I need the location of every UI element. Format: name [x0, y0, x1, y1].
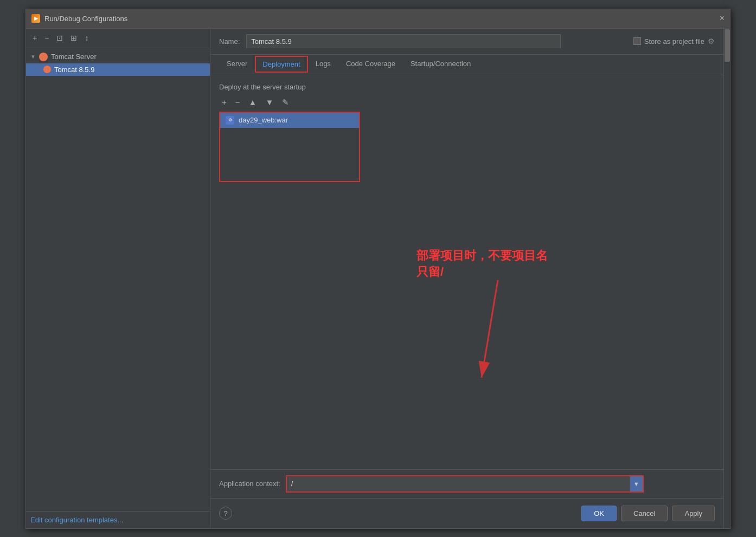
- title-bar-left: ▶ Run/Debug Configurations: [31, 14, 127, 23]
- dialog-title: Run/Debug Configurations: [44, 15, 127, 23]
- name-label: Name:: [219, 37, 240, 46]
- bottom-actions: OK Cancel Apply: [581, 506, 715, 521]
- tomcat-group-icon: [39, 53, 48, 61]
- deploy-add-button[interactable]: +: [219, 96, 229, 108]
- deploy-edit-button[interactable]: ✎: [279, 96, 292, 108]
- right-header: Name: Store as project file ⚙: [210, 29, 723, 55]
- app-context-input[interactable]: [287, 476, 630, 491]
- sidebar-item-tomcat859[interactable]: Tomcat 8.5.9: [26, 63, 210, 76]
- deploy-up-button[interactable]: ▲: [246, 96, 260, 108]
- panel-content: Deploy at the server startup + − ▲ ▼ ✎ ⚙…: [210, 74, 723, 469]
- tabs-bar: Server Deployment Logs Code Coverage Sta…: [210, 55, 723, 74]
- sidebar: + − ⊡ ⊞ ↕ ▼ Tomcat Server Tomcat 8.5.9: [26, 29, 210, 528]
- tab-logs[interactable]: Logs: [308, 55, 338, 73]
- tab-code-coverage[interactable]: Code Coverage: [338, 55, 403, 73]
- deploy-toolbar: + − ▲ ▼ ✎: [219, 96, 715, 108]
- app-icon: ▶: [31, 14, 40, 23]
- run-debug-dialog: ▶ Run/Debug Configurations × + − ⊡ ⊞ ↕ ▼…: [25, 9, 731, 529]
- tab-deployment[interactable]: Deployment: [255, 56, 307, 73]
- deploy-label: Deploy at the server startup: [219, 83, 715, 91]
- tomcat-server-group: ▼ Tomcat Server Tomcat 8.5.9: [26, 50, 210, 76]
- app-context-row: Application context: ▼: [210, 469, 723, 498]
- chevron-icon: ▼: [30, 54, 36, 60]
- edit-templates-link[interactable]: Edit configuration templates...: [30, 516, 123, 524]
- sidebar-tree: ▼ Tomcat Server Tomcat 8.5.9: [26, 48, 210, 511]
- group-label: Tomcat Server: [51, 53, 97, 61]
- tab-server[interactable]: Server: [219, 55, 255, 73]
- deploy-remove-button[interactable]: −: [233, 96, 243, 108]
- deploy-item-label: day29_web:war: [239, 116, 288, 124]
- annotation-line1: 部署项目时，不要项目名: [417, 248, 548, 264]
- main-content: + − ⊡ ⊞ ↕ ▼ Tomcat Server Tomcat 8.5.9: [26, 29, 730, 528]
- apply-button[interactable]: Apply: [672, 506, 715, 521]
- sidebar-footer: Edit configuration templates...: [26, 511, 210, 528]
- deploy-list: ⚙ day29_web:war: [219, 112, 360, 182]
- deploy-down-button[interactable]: ▼: [262, 96, 276, 108]
- sort-button[interactable]: ↕: [82, 33, 91, 43]
- title-bar: ▶ Run/Debug Configurations ×: [26, 9, 730, 29]
- bottom-bar: ? OK Cancel Apply: [210, 498, 723, 528]
- app-context-label: Application context:: [219, 480, 280, 488]
- add-config-button[interactable]: +: [30, 33, 39, 43]
- store-project-label: Store as project file: [644, 37, 704, 46]
- sidebar-toolbar: + − ⊡ ⊞ ↕: [26, 29, 210, 48]
- annotation-text: 部署项目时，不要项目名 只留/: [417, 248, 548, 281]
- app-context-dropdown-button[interactable]: ▼: [630, 476, 643, 491]
- remove-config-button[interactable]: −: [42, 33, 51, 43]
- right-scrollbar[interactable]: [723, 29, 730, 528]
- help-button[interactable]: ?: [219, 507, 232, 520]
- svg-line-1: [482, 280, 498, 378]
- scrollbar-thumb: [725, 29, 730, 62]
- open-folder-button[interactable]: ⊞: [68, 33, 79, 43]
- ok-button[interactable]: OK: [581, 506, 617, 521]
- annotation-line2: 只留/: [417, 264, 548, 281]
- cancel-button[interactable]: Cancel: [621, 506, 668, 521]
- arrow-graphic: [465, 275, 574, 394]
- war-icon: ⚙: [226, 116, 234, 125]
- gear-icon[interactable]: ⚙: [708, 37, 715, 46]
- store-project-checkbox[interactable]: [633, 37, 641, 45]
- name-input[interactable]: [246, 34, 561, 48]
- copy-config-button[interactable]: ⊡: [54, 33, 65, 43]
- app-context-input-wrap: ▼: [286, 475, 644, 493]
- tomcat-item-icon: [43, 66, 51, 73]
- tab-startup[interactable]: Startup/Connection: [403, 55, 478, 73]
- right-panel: Name: Store as project file ⚙ Server Dep…: [210, 29, 723, 528]
- store-project-area: Store as project file ⚙: [633, 37, 715, 46]
- close-button[interactable]: ×: [720, 14, 725, 23]
- item-label: Tomcat 8.5.9: [54, 66, 94, 74]
- tomcat-server-group-header[interactable]: ▼ Tomcat Server: [26, 50, 210, 63]
- deploy-list-item[interactable]: ⚙ day29_web:war: [220, 113, 359, 128]
